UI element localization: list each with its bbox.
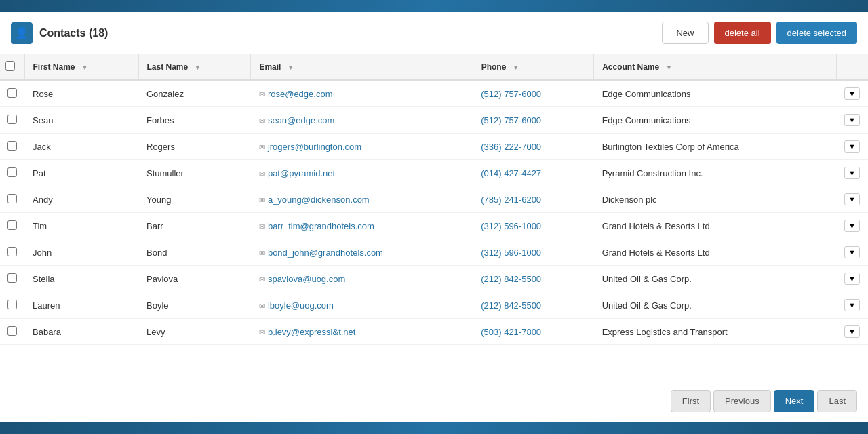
col-phone[interactable]: Phone ▼	[473, 54, 593, 80]
cell-phone: (212) 842-5500	[473, 266, 593, 292]
row-dropdown-button[interactable]: ▼	[844, 167, 860, 179]
row-checkbox-cell[interactable]	[0, 292, 24, 319]
row-checkbox[interactable]	[7, 88, 17, 98]
cell-account-name: Burlington Textiles Corp of America	[594, 134, 836, 160]
col-account-name[interactable]: Account Name ▼	[594, 54, 836, 80]
row-checkbox[interactable]	[7, 247, 17, 256]
page-title: Contacts (18)	[39, 27, 108, 39]
row-action-cell[interactable]: ▼	[836, 239, 868, 266]
cell-email: ✉barr_tim@grandhotels.com	[251, 213, 473, 239]
row-action-cell[interactable]: ▼	[836, 292, 868, 319]
row-dropdown-button[interactable]: ▼	[844, 220, 860, 232]
row-action-cell[interactable]: ▼	[836, 319, 868, 345]
row-checkbox[interactable]	[7, 167, 17, 177]
sort-email-icon: ▼	[288, 64, 294, 71]
sort-phone-icon: ▼	[513, 64, 519, 71]
table-header-row: First Name ▼ Last Name ▼ Email ▼ Phone ▼	[0, 54, 868, 80]
cell-account-name: Edge Communications	[594, 107, 836, 134]
phone-link[interactable]: (312) 596-1000	[481, 221, 541, 231]
col-last-name[interactable]: Last Name ▼	[138, 54, 251, 80]
table-row: AndyYoung✉a_young@dickenson.com(785) 241…	[0, 186, 868, 213]
row-checkbox-cell[interactable]	[0, 107, 24, 134]
row-action-cell[interactable]: ▼	[836, 266, 868, 292]
row-checkbox[interactable]	[7, 141, 17, 151]
row-dropdown-button[interactable]: ▼	[844, 299, 860, 311]
row-checkbox-cell[interactable]	[0, 186, 24, 213]
row-action-cell[interactable]: ▼	[836, 134, 868, 160]
email-link[interactable]: a_young@dickenson.com	[268, 195, 370, 205]
row-checkbox-cell[interactable]	[0, 266, 24, 292]
email-link[interactable]: lboyle@uog.com	[268, 300, 334, 311]
row-dropdown-button[interactable]: ▼	[844, 140, 860, 153]
col-email[interactable]: Email ▼	[251, 54, 473, 80]
row-checkbox-cell[interactable]	[0, 213, 24, 239]
row-checkbox[interactable]	[7, 194, 17, 203]
phone-link[interactable]: (512) 757-6000	[481, 115, 541, 125]
row-checkbox-cell[interactable]	[0, 160, 24, 186]
col-first-name[interactable]: First Name ▼	[24, 54, 138, 80]
table-row: TimBarr✉barr_tim@grandhotels.com(312) 59…	[0, 213, 868, 239]
row-action-cell[interactable]: ▼	[836, 80, 868, 107]
previous-button[interactable]: Previous	[713, 390, 771, 412]
row-dropdown-button[interactable]: ▼	[844, 193, 860, 205]
row-checkbox[interactable]	[7, 326, 17, 336]
row-checkbox-cell[interactable]	[0, 134, 24, 160]
table-row: SeanForbes✉sean@edge.com(512) 757-6000Ed…	[0, 107, 868, 134]
email-link[interactable]: sean@edge.com	[268, 115, 334, 125]
row-checkbox-cell[interactable]	[0, 80, 24, 107]
new-button[interactable]: New	[662, 22, 708, 44]
row-dropdown-button[interactable]: ▼	[844, 87, 860, 100]
email-link[interactable]: b.levy@expressl&t.net	[268, 327, 356, 337]
row-checkbox-cell[interactable]	[0, 319, 24, 345]
delete-all-button[interactable]: delete all	[714, 22, 771, 44]
email-link[interactable]: bond_john@grandhotels.com	[268, 248, 383, 258]
cell-phone: (014) 427-4427	[473, 160, 593, 186]
email-link[interactable]: pat@pyramid.net	[268, 168, 335, 178]
row-checkbox-cell[interactable]	[0, 239, 24, 266]
row-dropdown-button[interactable]: ▼	[844, 326, 860, 338]
cell-last-name: Gonzalez	[138, 80, 251, 107]
row-checkbox[interactable]	[7, 115, 17, 124]
phone-link[interactable]: (785) 241-6200	[481, 195, 541, 205]
col-actions	[836, 54, 868, 80]
delete-selected-button[interactable]: delete selected	[776, 22, 857, 44]
cell-account-name: Grand Hotels & Resorts Ltd	[594, 213, 836, 239]
table-row: JackRogers✉jrogers@burlington.com(336) 2…	[0, 134, 868, 160]
phone-link[interactable]: (212) 842-5500	[481, 300, 541, 311]
email-link[interactable]: spavlova@uog.com	[268, 274, 345, 284]
row-dropdown-button[interactable]: ▼	[844, 273, 860, 285]
phone-link[interactable]: (014) 427-4427	[481, 168, 541, 178]
cell-email: ✉spavlova@uog.com	[251, 266, 473, 292]
row-dropdown-button[interactable]: ▼	[844, 114, 860, 126]
last-button[interactable]: Last	[817, 390, 857, 412]
email-icon: ✉	[259, 222, 265, 231]
row-checkbox[interactable]	[7, 300, 17, 309]
row-checkbox[interactable]	[7, 220, 17, 230]
cell-account-name: United Oil & Gas Corp.	[594, 266, 836, 292]
email-link[interactable]: barr_tim@grandhotels.com	[268, 221, 374, 231]
row-dropdown-button[interactable]: ▼	[844, 246, 860, 258]
row-action-cell[interactable]: ▼	[836, 107, 868, 134]
cell-first-name: Jack	[24, 134, 138, 160]
select-all-checkbox[interactable]	[5, 61, 15, 71]
email-link[interactable]: rose@edge.com	[268, 89, 333, 99]
phone-link[interactable]: (212) 842-5500	[481, 274, 541, 284]
table-row: RoseGonzalez✉rose@edge.com(512) 757-6000…	[0, 80, 868, 107]
row-action-cell[interactable]: ▼	[836, 213, 868, 239]
phone-link[interactable]: (512) 757-6000	[481, 89, 541, 99]
cell-phone: (512) 757-6000	[473, 80, 593, 107]
cell-first-name: John	[24, 239, 138, 266]
next-button[interactable]: Next	[774, 390, 815, 412]
row-checkbox[interactable]	[7, 273, 17, 283]
cell-first-name: Tim	[24, 213, 138, 239]
cell-account-name: Pyramid Construction Inc.	[594, 160, 836, 186]
first-button[interactable]: First	[671, 390, 711, 412]
row-action-cell[interactable]: ▼	[836, 186, 868, 213]
phone-link[interactable]: (336) 222-7000	[481, 142, 541, 152]
phone-link[interactable]: (503) 421-7800	[481, 327, 541, 337]
email-link[interactable]: jrogers@burlington.com	[268, 142, 361, 152]
select-all-checkbox-header[interactable]	[0, 54, 24, 80]
row-action-cell[interactable]: ▼	[836, 160, 868, 186]
phone-link[interactable]: (312) 596-1000	[481, 248, 541, 258]
cell-last-name: Forbes	[138, 107, 251, 134]
